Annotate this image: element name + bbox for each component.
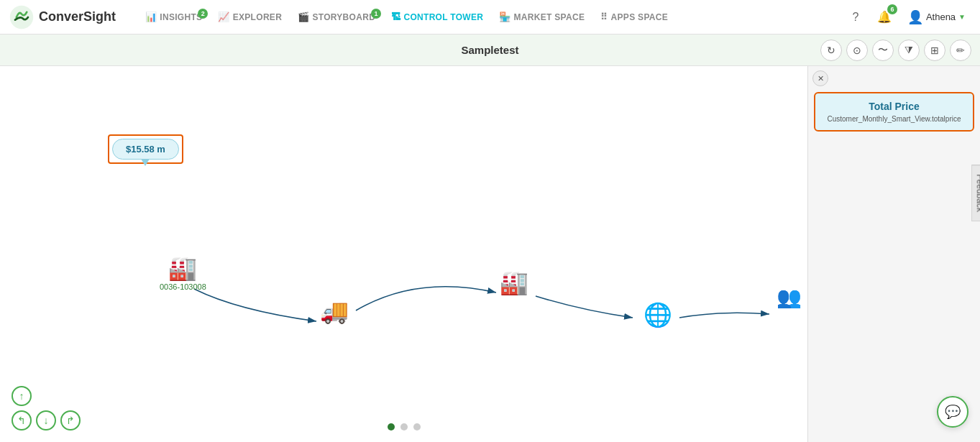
zoom-right-button[interactable]: ↱ xyxy=(60,410,81,431)
trend-button[interactable]: 〜 xyxy=(872,40,894,61)
nav-item-market-space[interactable]: 🏪 MARKET SPACE xyxy=(492,7,592,27)
canvas-area: $15.58 m 🏭 0036-103008 🚚 🏭 🌐 👥 xyxy=(0,66,807,442)
notification-wrap: 🔔 6 xyxy=(873,6,896,29)
node-warehouse2: 🏭 xyxy=(500,271,528,294)
main-content: $15.58 m 🏭 0036-103008 🚚 🏭 🌐 👥 xyxy=(0,66,980,442)
filter-button[interactable]: ⧩ xyxy=(898,40,920,61)
chat-widget[interactable]: 💬 xyxy=(937,396,968,428)
nav-item-insights[interactable]: 📊 INSIGHTS 2 xyxy=(138,7,209,27)
nav-item-explorer[interactable]: 📈 EXPLORER xyxy=(211,7,289,27)
nav-items: 📊 INSIGHTS 2 📈 EXPLORER 🎬 STORYBOARD 1 🏗… xyxy=(138,7,841,27)
zoom-controls: ↑ ↰ ↓ ↱ xyxy=(12,386,81,431)
logo-text: ConverSight xyxy=(39,9,116,24)
nav-label-insights: INSIGHTS xyxy=(160,12,202,22)
user-name: Athena xyxy=(926,11,956,22)
chat-icon: 💬 xyxy=(945,404,961,420)
dot-2[interactable] xyxy=(400,423,408,431)
zoom-left-button[interactable]: ↰ xyxy=(12,410,32,431)
diagram-arrows xyxy=(0,66,807,442)
storyboard-icon: 🎬 xyxy=(298,11,309,22)
nav-item-apps-space[interactable]: ⠿ APPS SPACE xyxy=(593,7,675,27)
info-card-title: Total Price xyxy=(824,101,964,112)
warehouse1-icon: 🏭 xyxy=(168,257,197,280)
storyboard-badge: 1 xyxy=(371,9,381,19)
nav-label-control-tower: CONTROL TOWER xyxy=(403,12,483,22)
subheader: Sampletest ↻ ⊙ 〜 ⧩ ⊞ ✏ xyxy=(0,34,980,66)
apps-space-icon: ⠿ xyxy=(600,11,608,22)
nav-label-storyboard: STORYBOARD xyxy=(312,12,375,22)
warehouse2-icon: 🏭 xyxy=(500,271,528,294)
subheader-actions: ↻ ⊙ 〜 ⧩ ⊞ ✏ xyxy=(820,40,971,61)
info-card: Total Price Customer_Monthly_Smart_View.… xyxy=(814,92,974,132)
market-space-icon: 🏪 xyxy=(499,11,510,22)
price-value: $15.58 m xyxy=(126,144,165,155)
person-icon: 👥 xyxy=(777,287,802,308)
node-person: 👥 xyxy=(777,287,802,308)
insights-badge: 2 xyxy=(198,9,208,19)
node-truck: 🚚 xyxy=(320,300,349,323)
info-card-subtitle: Customer_Monthly_Smart_View.totalprice xyxy=(824,115,964,123)
node-globe: 🌐 xyxy=(644,303,672,326)
close-panel-button[interactable]: ✕ xyxy=(812,70,828,86)
edit-button[interactable]: ✏ xyxy=(950,40,971,61)
zoom-up-button[interactable]: ↑ xyxy=(12,386,32,406)
help-button[interactable]: ? xyxy=(844,6,867,29)
subheader-title: Sampletest xyxy=(461,44,518,56)
price-bubble-wrapper: $15.58 m xyxy=(108,134,183,164)
nav-item-storyboard[interactable]: 🎬 STORYBOARD 1 xyxy=(290,7,383,27)
nav-right: ? 🔔 6 👤 Athena ▼ xyxy=(844,6,971,29)
pagination-dots xyxy=(388,423,421,431)
insights-icon: 📊 xyxy=(145,11,157,22)
navbar: ConverSight 📊 INSIGHTS 2 📈 EXPLORER 🎬 ST… xyxy=(0,0,980,34)
logo[interactable]: ConverSight xyxy=(9,4,124,30)
zoom-row: ↰ ↓ ↱ xyxy=(12,410,81,431)
user-area[interactable]: 👤 Athena ▼ xyxy=(902,6,971,28)
nav-label-apps-space: APPS SPACE xyxy=(611,12,668,22)
right-panel: ✕ Total Price Customer_Monthly_Smart_Vie… xyxy=(807,66,980,442)
refresh-button[interactable]: ↻ xyxy=(820,40,842,61)
feedback-label: Feedback xyxy=(975,174,980,212)
dot-1[interactable] xyxy=(388,423,395,431)
globe-icon: 🌐 xyxy=(644,303,672,326)
nav-item-control-tower[interactable]: 🏗 CONTROL TOWER xyxy=(384,7,490,27)
node-warehouse1: 🏭 0036-103008 xyxy=(160,257,206,291)
user-dropdown-icon: ▼ xyxy=(958,13,966,21)
explorer-icon: 📈 xyxy=(218,11,229,22)
notification-badge: 6 xyxy=(887,4,897,14)
grid-button[interactable]: ⊞ xyxy=(924,40,945,61)
logo-icon xyxy=(9,4,35,30)
zoom-down-button[interactable]: ↓ xyxy=(36,410,56,431)
control-tower-icon: 🏗 xyxy=(391,11,400,22)
nav-label-explorer: EXPLORER xyxy=(233,12,282,22)
truck-icon: 🚚 xyxy=(320,300,349,323)
price-bubble-outer: $15.58 m xyxy=(108,134,183,164)
target-button[interactable]: ⊙ xyxy=(846,40,868,61)
dot-3[interactable] xyxy=(413,423,421,431)
feedback-tab[interactable]: Feedback xyxy=(971,165,980,221)
user-icon: 👤 xyxy=(907,9,923,25)
nav-label-market-space: MARKET SPACE xyxy=(514,12,585,22)
price-bubble: $15.58 m xyxy=(112,139,179,160)
node1-label: 0036-103008 xyxy=(160,282,206,291)
